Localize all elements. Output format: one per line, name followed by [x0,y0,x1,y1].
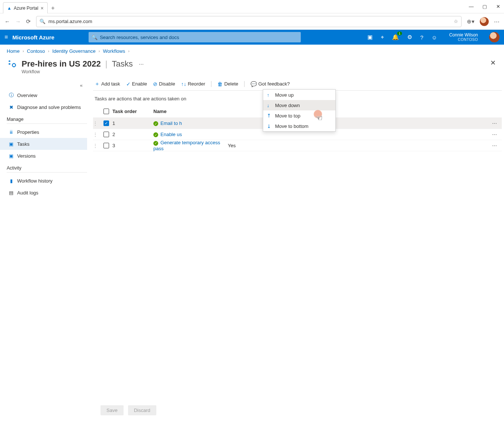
sidebar: « ⓘOverview ✖Diagnose and solve problems… [0,77,87,199]
button-label: Delete [224,81,238,87]
drag-handle-icon[interactable]: ⋮ [93,143,100,148]
profile-avatar[interactable] [480,17,489,26]
back-icon[interactable]: ← [4,18,10,25]
delete-button[interactable]: 🗑Delete [217,81,238,87]
sidebar-item-diagnose[interactable]: ✖Diagnose and solve problems [7,101,87,113]
audit-icon: ▤ [8,190,14,196]
maximize-icon[interactable]: ▢ [482,4,488,9]
close-window-icon[interactable]: ✕ [495,4,501,9]
sidebar-item-overview[interactable]: ⓘOverview [7,89,87,101]
new-tab-button[interactable]: + [48,3,58,13]
move-top-item[interactable]: ⤒Move to top [263,110,335,121]
column-name[interactable]: Name [153,109,228,114]
settings-icon[interactable]: ⚙ [407,34,412,41]
column-task-order[interactable]: Task order [112,109,153,114]
status-ok-icon: ✓ [153,132,158,137]
enable-button[interactable]: ✓Enable [126,81,147,87]
cell-order: 3 [112,143,153,148]
breadcrumb-workflows[interactable]: Workflows [103,48,125,54]
move-bottom-item[interactable]: ⤓Move to bottom [263,121,335,131]
directory-icon[interactable]: ⌖ [381,34,384,41]
forward-icon: → [15,18,21,25]
cursor-icon: ☜ [315,113,323,123]
notif-badge: 1 [397,32,402,35]
sidebar-group-manage: Manage [7,117,87,124]
sidebar-label: Diagnose and solve problems [17,104,81,110]
table-row[interactable]: ⋮ 3 ✓Generate temporary access pass Yes … [93,140,502,151]
dropdown-label: Move to bottom [275,123,309,129]
minimize-icon[interactable]: — [468,4,474,9]
feedback-button[interactable]: 💬Got feedback? [251,81,290,87]
move-down-item[interactable]: ↓Move down [263,100,335,110]
drag-handle-icon[interactable]: ⋮ [93,121,100,126]
row-menu-icon[interactable]: ⋯ [487,120,502,126]
task-link[interactable]: Generate temporary access pass [153,140,220,151]
plus-icon: ＋ [95,81,100,87]
separator [211,81,211,87]
sidebar-label: Audit logs [17,190,38,196]
arrow-up-icon: ↑ [267,92,272,98]
help-icon[interactable]: ? [420,34,423,41]
discard-button: Discard [128,405,156,415]
row-checkbox[interactable] [103,143,109,148]
browser-tab[interactable]: ▲ Azure Portal × [3,2,48,13]
versions-icon: ▣ [8,153,14,159]
drag-handle-icon[interactable]: ⋮ [93,132,100,137]
reorder-button[interactable]: ↑↓Reorder [181,81,205,87]
sidebar-item-history[interactable]: ▮Workflow history [7,175,87,187]
sidebar-label: Properties [17,129,39,135]
trash-icon: 🗑 [217,81,223,87]
notifications-icon[interactable]: 🔔1 [392,34,399,41]
select-all-checkbox[interactable] [103,109,109,114]
row-checkbox[interactable]: ✓ [103,120,109,126]
cell-order: 1 [112,120,153,126]
tab-title: Azure Portal [14,6,38,11]
sidebar-label: Tasks [17,141,29,147]
collections-icon[interactable]: ⊕▾ [467,18,475,25]
move-up-item[interactable]: ↑Move up [263,90,335,100]
feedback-icon[interactable]: ☺ [431,34,437,41]
toolbar: ＋Add task ✓Enable ⊘Disable ↑↓Reorder 🗑De… [93,77,502,91]
row-checkbox[interactable] [103,132,109,137]
more-icon[interactable]: ⋯ [137,61,144,67]
reorder-dropdown: ↑Move up ↓Move down ⤒Move to top ⤓Move t… [263,89,336,132]
brand-label[interactable]: Microsoft Azure [12,34,54,41]
separator [244,81,245,87]
sidebar-item-properties[interactable]: ⅲProperties [7,126,87,138]
refresh-icon[interactable]: ⟳ [26,18,31,25]
task-link[interactable]: Email to h [160,120,182,126]
disable-button[interactable]: ⊘Disable [153,81,175,87]
add-task-button[interactable]: ＋Add task [95,81,120,87]
collapse-sidebar-icon[interactable]: « [7,83,87,89]
global-search[interactable]: 🔍 [89,32,301,42]
close-blade-icon[interactable]: ✕ [490,59,496,67]
sidebar-item-tasks[interactable]: ▣Tasks [0,138,87,150]
close-icon[interactable]: × [41,5,44,11]
sidebar-item-versions[interactable]: ▣Versions [7,150,87,162]
task-link[interactable]: Enable us [160,132,182,137]
chevron-right-icon: › [23,49,24,53]
search-input[interactable] [100,35,298,40]
favorite-icon[interactable]: ☆ [454,19,458,24]
breadcrumb-home[interactable]: Home [7,48,20,54]
breadcrumb-contoso[interactable]: Contoso [27,48,45,54]
chevron-right-icon: › [128,49,130,53]
check-icon: ✓ [126,81,131,87]
breadcrumb-governance[interactable]: Identity Governance [52,48,95,54]
search-icon: 🔍 [92,35,98,40]
sidebar-label: Versions [17,153,36,159]
title-separator: | [105,59,108,69]
workflow-icon [7,59,17,69]
sidebar-item-audit[interactable]: ▤Audit logs [7,187,87,199]
sidebar-label: Overview [17,93,37,98]
row-menu-icon[interactable]: ⋯ [487,143,502,148]
user-block[interactable]: Connie Wilson CONTOSO [449,33,478,42]
cloud-shell-icon[interactable]: ▣ [367,34,373,41]
browser-menu-icon[interactable]: ⋯ [494,18,500,25]
row-menu-icon[interactable]: ⋯ [487,132,502,137]
url-input[interactable]: 🔍 ms.portal.azure.com ☆ [36,16,462,27]
user-avatar[interactable] [489,32,500,42]
ban-icon: ⊘ [153,81,157,87]
feedback-icon: 💬 [251,81,257,87]
hamburger-icon[interactable]: ≡ [4,34,8,41]
